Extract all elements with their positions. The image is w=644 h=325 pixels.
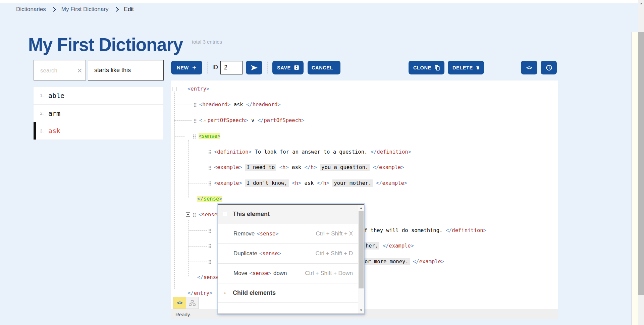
xml-row[interactable]: <example> I need to <h> ask </h> you a q… bbox=[171, 160, 558, 175]
drag-handle-icon[interactable] bbox=[208, 243, 212, 248]
xml-text-node[interactable]: To look for an answer to a question. bbox=[252, 149, 371, 155]
breadcrumb: Dictionaries My First Dictionary Edit bbox=[16, 6, 134, 13]
menu-section-child-elements[interactable]: +Child elements bbox=[218, 283, 358, 303]
xml-tag-name[interactable]: entry bbox=[194, 290, 210, 296]
xml-text-node[interactable]: or more money. bbox=[363, 258, 410, 265]
xml-text-node[interactable]: her. bbox=[364, 242, 379, 250]
scroll-down-icon[interactable]: ▼ bbox=[358, 309, 364, 312]
drag-handle-icon[interactable] bbox=[194, 118, 197, 123]
xml-text-node[interactable] bbox=[276, 164, 279, 170]
search-mode-select[interactable]: starts like this bbox=[88, 60, 164, 80]
xml-tag-name-highlighted[interactable]: sense bbox=[204, 196, 219, 202]
xml-text-node[interactable] bbox=[289, 180, 292, 186]
nerd-view-button[interactable]: <> bbox=[173, 297, 186, 309]
xml-row[interactable]: <⚠partOfSpeech> v </partOfSpeech> bbox=[171, 113, 558, 128]
xml-tag-name[interactable]: sense bbox=[202, 212, 217, 218]
xml-text-node[interactable]: ask bbox=[289, 164, 305, 170]
scroll-up-icon[interactable]: ▲ bbox=[638, 2, 644, 5]
xml-text-node[interactable] bbox=[373, 180, 376, 186]
breadcrumb-dictionary-name[interactable]: My First Dictionary bbox=[61, 6, 109, 13]
xml-tag-name[interactable]: entry bbox=[191, 86, 206, 92]
entry-list-item-ask[interactable]: 3. ask bbox=[34, 122, 163, 140]
xml-tag-name[interactable]: headword bbox=[253, 102, 278, 108]
expand-toggle-icon[interactable]: + bbox=[223, 291, 227, 295]
xml-tag-name[interactable]: sense bbox=[204, 274, 219, 280]
xml-tag-name[interactable]: headword bbox=[202, 102, 227, 108]
xml-row[interactable]: <definition> To look for an answer to a … bbox=[171, 144, 558, 160]
clone-button[interactable]: CLONE bbox=[409, 61, 444, 74]
go-to-id-button[interactable] bbox=[246, 61, 262, 74]
xml-tag-name[interactable]: example bbox=[217, 180, 239, 186]
drag-handle-icon[interactable] bbox=[208, 259, 212, 264]
xml-tag-name[interactable]: example bbox=[419, 259, 441, 265]
xml-row[interactable]: −<entry> bbox=[171, 81, 558, 97]
xml-text-node[interactable]: v bbox=[248, 117, 258, 123]
delete-button[interactable]: DELETE bbox=[448, 61, 484, 74]
menu-section-this-element[interactable]: −This element bbox=[218, 205, 358, 224]
xml-tag-name[interactable]: partOfSpeech bbox=[207, 117, 245, 123]
xml-bracket: > bbox=[408, 149, 411, 155]
xml-tag-name[interactable]: definition bbox=[452, 227, 483, 233]
cancel-button[interactable]: CANCEL bbox=[308, 61, 340, 74]
xml-tag-name[interactable]: h bbox=[311, 164, 314, 170]
collapse-toggle-icon[interactable]: − bbox=[223, 212, 227, 216]
entry-list-item-able[interactable]: 1. able bbox=[34, 87, 163, 105]
xml-row[interactable]: −<sense> bbox=[171, 128, 558, 144]
xml-row[interactable]: <headword> ask </headword> bbox=[171, 97, 558, 113]
xml-tag-name[interactable]: definition bbox=[217, 149, 248, 155]
xml-text-node[interactable]: I don't know, bbox=[245, 179, 288, 187]
xml-text-node[interactable] bbox=[379, 243, 382, 249]
collapse-toggle-icon[interactable]: − bbox=[186, 134, 190, 138]
xml-text-node[interactable] bbox=[410, 259, 413, 265]
xml-tag-name[interactable]: partOfSpeech bbox=[264, 117, 301, 123]
xml-tag-name[interactable]: example bbox=[382, 180, 404, 186]
breadcrumb-dictionaries[interactable]: Dictionaries bbox=[16, 6, 46, 13]
save-button[interactable]: SAVE bbox=[272, 61, 304, 74]
collapse-toggle-icon[interactable]: − bbox=[172, 87, 176, 91]
xml-tag-name-highlighted[interactable]: sense bbox=[202, 133, 217, 139]
clear-search-icon[interactable]: × bbox=[77, 66, 82, 75]
drag-handle-icon[interactable] bbox=[208, 181, 212, 185]
xml-tag-name[interactable]: example bbox=[389, 243, 411, 249]
xml-row[interactable]: <example> I don't know, <h> ask </h> you… bbox=[171, 175, 558, 191]
xml-text-node[interactable] bbox=[329, 180, 332, 186]
xml-tag-name[interactable]: example bbox=[217, 164, 239, 170]
xml-text-node[interactable]: your mother. bbox=[332, 179, 373, 187]
graphical-view-button[interactable] bbox=[186, 297, 198, 309]
menu-item-duplicate[interactable]: Duplicate<sense>Ctrl + Shift + D bbox=[218, 244, 358, 264]
drag-handle-icon[interactable] bbox=[208, 150, 212, 154]
search-input[interactable] bbox=[40, 60, 78, 81]
scrollbar-thumb[interactable] bbox=[359, 211, 364, 288]
drag-handle-icon[interactable] bbox=[193, 134, 196, 139]
drag-handle-icon[interactable] bbox=[193, 212, 196, 217]
browser-scrollbar[interactable]: ▲ bbox=[638, 0, 644, 325]
xml-text-node[interactable] bbox=[242, 164, 245, 170]
entry-list-item-arm[interactable]: 2. arm bbox=[34, 105, 163, 122]
xml-text-node[interactable] bbox=[242, 180, 245, 186]
scroll-up-icon[interactable]: ▲ bbox=[358, 206, 364, 210]
xml-tag-name[interactable]: example bbox=[379, 164, 401, 170]
context-menu-scrollbar[interactable]: ▲ ▼ bbox=[358, 205, 364, 314]
xml-tag-name[interactable]: h bbox=[282, 164, 285, 170]
xml-tag-name[interactable]: definition bbox=[377, 149, 408, 155]
xml-text-node[interactable]: you a question. bbox=[320, 164, 370, 171]
xml-text-node[interactable] bbox=[370, 164, 373, 170]
drag-handle-icon[interactable] bbox=[194, 102, 197, 107]
menu-item-remove[interactable]: Remove<sense>Ctrl + Shift + X bbox=[218, 224, 358, 244]
menu-item-move-down[interactable]: Move<sense>downCtrl + Shift + Down bbox=[218, 264, 358, 283]
xml-text-node[interactable]: ask bbox=[301, 180, 317, 186]
xml-tag-name[interactable]: h bbox=[295, 180, 298, 186]
source-code-view-button[interactable]: <> bbox=[521, 61, 537, 74]
history-button[interactable] bbox=[541, 61, 557, 74]
collapse-toggle-icon[interactable]: − bbox=[186, 212, 190, 217]
drag-handle-icon[interactable] bbox=[208, 228, 212, 233]
xml-text-node[interactable]: ask bbox=[230, 102, 246, 108]
drag-handle-icon[interactable] bbox=[208, 165, 212, 170]
entry-id-input[interactable] bbox=[220, 61, 243, 74]
xml-text-node[interactable]: f they will do something. bbox=[364, 227, 446, 233]
scrollbar-thumb[interactable] bbox=[638, 32, 644, 295]
xml-tag-name[interactable]: h bbox=[323, 180, 326, 186]
xml-text-node[interactable] bbox=[317, 164, 320, 170]
xml-text-node[interactable]: I need to bbox=[245, 164, 276, 171]
new-entry-button[interactable]: NEW + bbox=[171, 61, 202, 74]
